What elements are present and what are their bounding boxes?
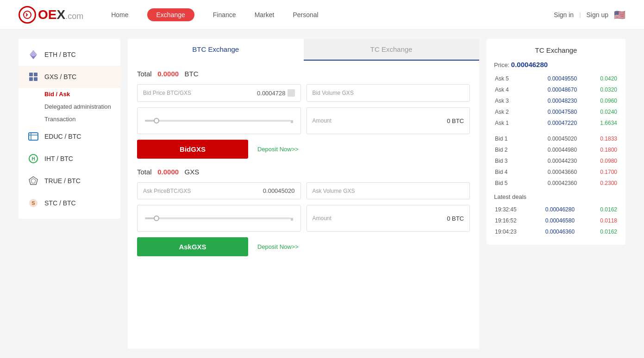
ask-slider-thumb: [154, 216, 159, 221]
sidebar-item-true-btc[interactable]: TRUE / BTC: [19, 170, 120, 192]
bid-vol: 0.1833: [587, 133, 618, 144]
logo[interactable]: OEX.com: [19, 6, 83, 24]
nav-market[interactable]: Market: [255, 9, 275, 20]
bid-row: Bid 4 0.00043660 0.1700: [494, 167, 618, 178]
ask-total-num: 0: [157, 168, 161, 176]
deal-vol: 0.0118: [586, 215, 618, 226]
bid-row: Bid 1 0.00045020 0.1833: [494, 133, 618, 144]
svg-rect-4: [34, 73, 38, 76]
svg-rect-5: [29, 77, 33, 81]
bid-row: Bid 3 0.00044230 0.0980: [494, 155, 618, 167]
right-panel-title: TC Exchange: [494, 46, 618, 54]
bid-price-box[interactable]: Bid Price BTC/GXS 0.0004728: [137, 84, 301, 102]
svg-rect-7: [29, 133, 38, 140]
ask-price: 0.00049550: [538, 73, 587, 84]
ask-row: Ask 5 0.00049550 0.0420: [494, 73, 618, 84]
bid-deposit-link[interactable]: Deposit Now>>: [257, 146, 299, 153]
ask-gxs-button[interactable]: AskGXS: [137, 237, 248, 256]
ask-vol: 0.0420: [587, 73, 618, 84]
bid-price: 0.00044980: [538, 144, 587, 155]
ask-price-box[interactable]: Ask PriceBTC/GXS 0.00045020: [137, 182, 301, 199]
header: OEX.com Home Exchange Finance Market Per…: [0, 0, 644, 30]
sidebar-label-educ-btc: EDUC / BTC: [44, 133, 81, 140]
sidebar-sub-delegated[interactable]: Delegated administration: [19, 100, 120, 113]
ask-inputs-row1: Ask PriceBTC/GXS 0.00045020 Ask Volume G…: [137, 182, 470, 199]
price-label: Price:: [494, 62, 509, 68]
bid-total-unit: BTC: [185, 70, 199, 78]
bid-vol: 0.0980: [587, 155, 618, 167]
ask-row: Ask 1 0.00047220 1.6634: [494, 117, 618, 129]
sidebar-sub-transaction[interactable]: Transaction: [19, 113, 120, 125]
sidebar-item-stc-btc[interactable]: S STC / BTC: [19, 192, 120, 214]
svg-rect-3: [29, 73, 33, 76]
ask-label: Ask 5: [494, 73, 538, 84]
right-panel: TC Exchange Price: 0.00046280 Ask 5 0.00…: [487, 39, 625, 245]
bid-amount-val: 0 BTC: [447, 117, 464, 124]
sidebar-item-educ-btc[interactable]: EDUC / BTC: [19, 125, 120, 148]
deal-price: 0.00046360: [534, 226, 587, 237]
bid-label: Bid 2: [494, 144, 538, 155]
bid-price-label: Bid Price BTC/GXS: [143, 90, 191, 96]
ask-slider[interactable]: [137, 205, 301, 232]
nav-personal[interactable]: Personal: [293, 9, 318, 20]
ask-vol: 0.0320: [587, 84, 618, 95]
bid-price: 0.00043660: [538, 167, 587, 178]
tab-btc-exchange[interactable]: BTC Exchange: [128, 39, 304, 61]
ask-inputs-row2: Amount 0 BTC: [137, 205, 470, 232]
ask-total-label: Total: [137, 168, 152, 176]
bid-inputs-row1: Bid Price BTC/GXS 0.0004728 Bid Volume G…: [137, 84, 470, 102]
nav-divider: |: [579, 11, 581, 18]
bid-vol: 0.2300: [587, 178, 618, 189]
gxs-icon: [28, 71, 39, 82]
bid-volume-box[interactable]: Bid Volume GXS: [306, 84, 470, 102]
sidebar-item-gxs-btc[interactable]: GXS / BTC: [19, 66, 120, 88]
sign-up-link[interactable]: Sign up: [587, 11, 608, 19]
ask-volume-box[interactable]: Ask Volume GXS: [306, 182, 470, 199]
ask-actions: AskGXS Deposit Now>>: [137, 237, 470, 256]
bid-row: Bid 5 0.00042360 0.2300: [494, 178, 618, 189]
bid-total-line: Total 0.0000 BTC: [137, 70, 470, 78]
deal-row: 19:32:45 0.00046280 0.0162: [494, 204, 618, 215]
ask-price: 0.00048670: [538, 84, 587, 95]
bid-label: Bid 5: [494, 178, 538, 189]
ask-amount-label: Amount: [313, 215, 331, 222]
nav-finance[interactable]: Finance: [213, 9, 236, 20]
ask-price-val: 0.00045020: [263, 187, 295, 194]
ask-volume-label: Ask Volume GXS: [313, 188, 355, 194]
sidebar-item-eth-btc[interactable]: ETH / BTC: [19, 43, 120, 66]
bid-vol: 0.1800: [587, 144, 618, 155]
ask-label: Ask 3: [494, 95, 538, 106]
sign-in-link[interactable]: Sign in: [554, 11, 574, 19]
ask-price: 0.00048230: [538, 95, 587, 106]
current-price: 0.00046280: [511, 61, 548, 68]
price-row: Price: 0.00046280: [494, 61, 618, 68]
ask-vol: 0.0240: [587, 106, 618, 117]
tab-tc-exchange[interactable]: TC Exchange: [304, 39, 480, 60]
sidebar-sub-bid-ask[interactable]: Bid / Ask: [19, 88, 120, 100]
ask-row: Ask 3 0.00048230 0.0960: [494, 95, 618, 106]
exchange-tabs: BTC Exchange TC Exchange: [128, 39, 479, 61]
ask-amount-box: Amount 0 BTC: [306, 205, 470, 232]
nav-home[interactable]: Home: [111, 9, 128, 20]
nav-exchange[interactable]: Exchange: [147, 8, 194, 21]
sidebar-label-true-btc: TRUE / BTC: [44, 177, 81, 185]
deals-table: 19:32:45 0.00046280 0.0162 19:16:52 0.00…: [494, 204, 618, 237]
educ-icon: [28, 131, 39, 142]
ask-slider-ticks: [291, 218, 293, 221]
sidebar-item-iht-btc[interactable]: H IHT / BTC: [19, 148, 120, 170]
true-icon: [28, 175, 39, 186]
deal-row: 19:16:52 0.00046580 0.0118: [494, 215, 618, 226]
bid-amount-label: Amount: [313, 117, 331, 124]
language-flag[interactable]: 🇺🇸: [614, 9, 625, 20]
ask-price: 0.00047220: [538, 117, 587, 129]
iht-icon: H: [28, 153, 39, 164]
ask-deposit-link[interactable]: Deposit Now>>: [257, 243, 299, 250]
bid-gxs-button[interactable]: BidGXS: [137, 140, 248, 159]
bid-volume-label: Bid Volume GXS: [313, 90, 354, 96]
deal-price: 0.00046580: [534, 215, 587, 226]
ask-label: Ask 1: [494, 117, 538, 129]
bid-total-num: 0: [157, 70, 161, 78]
latest-deals-title: Latest deals: [494, 193, 618, 200]
bid-slider[interactable]: [137, 107, 301, 134]
ask-row: Ask 2 0.00047580 0.0240: [494, 106, 618, 117]
